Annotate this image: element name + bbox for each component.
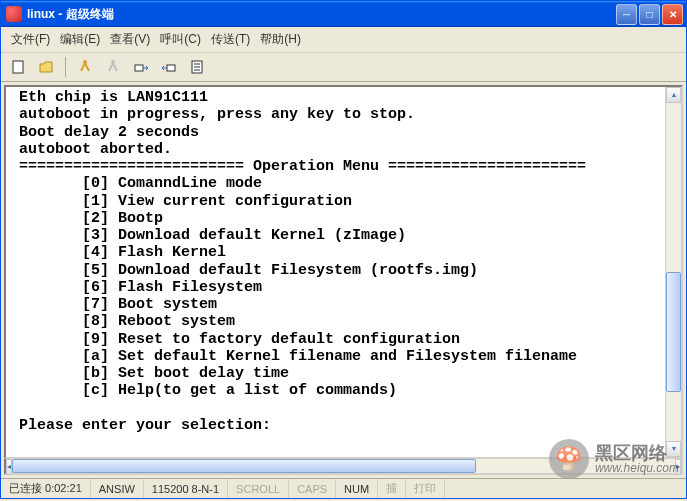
horizontal-scrollbar[interactable]: ◂ ▸ [4,459,683,475]
status-capture: 捕 [378,479,406,498]
scroll-right-button[interactable]: ▸ [675,459,681,475]
properties-button[interactable] [186,56,208,78]
status-print: 打印 [406,479,445,498]
scroll-up-button[interactable]: ▴ [666,87,681,103]
window-title: linux - 超级终端 [27,6,616,23]
minimize-button[interactable]: ─ [616,4,637,25]
maximize-button[interactable]: □ [639,4,660,25]
terminal-output[interactable]: Eth chip is LAN91C111 autoboot in progre… [6,87,665,457]
send-button[interactable] [130,56,152,78]
app-icon [6,6,22,22]
svg-rect-3 [135,65,143,71]
titlebar: linux - 超级终端 ─ □ ✕ [1,1,686,27]
toolbar-separator [65,57,66,77]
scroll-track[interactable] [666,103,681,441]
connect-button[interactable] [74,56,96,78]
receive-button[interactable] [158,56,180,78]
menu-transfer[interactable]: 传送(T) [207,29,254,50]
open-button[interactable] [35,56,57,78]
disconnect-button[interactable] [102,56,124,78]
status-num: NUM [336,479,378,498]
svg-point-2 [111,60,115,64]
menu-view[interactable]: 查看(V) [106,29,154,50]
status-scroll: SCROLL [228,479,289,498]
svg-rect-4 [167,65,175,71]
close-button[interactable]: ✕ [662,4,683,25]
status-baud: 115200 8-N-1 [144,479,228,498]
statusbar: 已连接 0:02:21 ANSIW 115200 8-N-1 SCROLL CA… [1,478,686,498]
scroll-thumb[interactable] [666,272,681,392]
hscroll-track[interactable] [12,459,675,473]
scroll-down-button[interactable]: ▾ [666,441,681,457]
toolbar [1,53,686,82]
menu-file[interactable]: 文件(F) [7,29,54,50]
menu-help[interactable]: 帮助(H) [256,29,305,50]
menu-edit[interactable]: 编辑(E) [56,29,104,50]
hscroll-thumb[interactable] [12,459,476,473]
status-connected: 已连接 0:02:21 [1,479,91,498]
new-button[interactable] [7,56,29,78]
status-caps: CAPS [289,479,336,498]
svg-rect-0 [13,61,23,73]
status-terminal-type: ANSIW [91,479,144,498]
svg-point-1 [83,60,87,64]
menu-call[interactable]: 呼叫(C) [156,29,205,50]
menubar: 文件(F) 编辑(E) 查看(V) 呼叫(C) 传送(T) 帮助(H) [1,27,686,53]
vertical-scrollbar[interactable]: ▴ ▾ [665,87,681,457]
